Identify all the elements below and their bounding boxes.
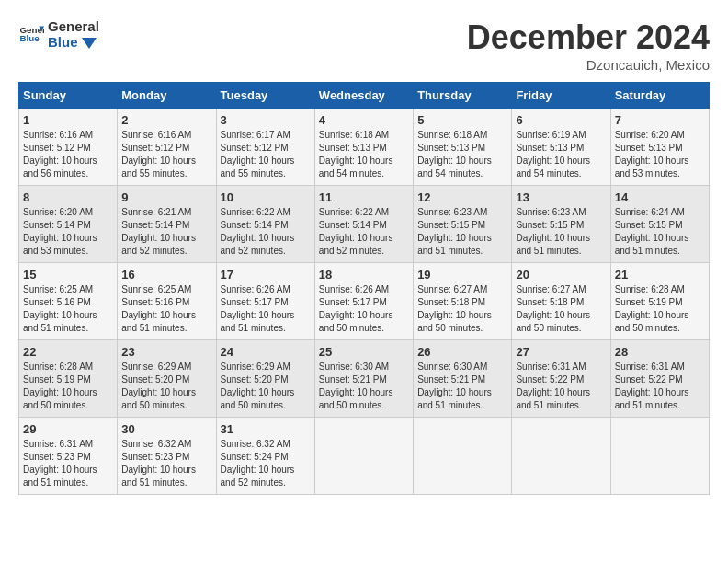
day-info: Sunrise: 6:22 AMSunset: 5:14 PMDaylight:…: [221, 206, 311, 258]
day-info: Sunrise: 6:30 AMSunset: 5:21 PMDaylight:…: [319, 361, 409, 412]
day-number: 27: [516, 345, 606, 359]
day-number: 19: [417, 268, 507, 282]
day-number: 4: [319, 113, 409, 127]
calendar-cell: 1Sunrise: 6:16 AMSunset: 5:12 PMDaylight…: [19, 109, 118, 186]
day-info: Sunrise: 6:31 AMSunset: 5:22 PMDaylight:…: [615, 361, 705, 412]
calendar-cell: 2Sunrise: 6:16 AMSunset: 5:12 PMDaylight…: [118, 109, 216, 186]
day-number: 16: [121, 268, 211, 282]
calendar-cell: 14Sunrise: 6:24 AMSunset: 5:15 PMDayligh…: [610, 186, 709, 263]
calendar-cell: 26Sunrise: 6:30 AMSunset: 5:21 PMDayligh…: [414, 340, 512, 418]
day-info: Sunrise: 6:22 AMSunset: 5:14 PMDaylight:…: [319, 206, 409, 258]
day-info: Sunrise: 6:28 AMSunset: 5:19 PMDaylight:…: [23, 361, 113, 412]
header-day: Thursday: [414, 83, 512, 109]
day-number: 30: [121, 422, 211, 436]
calendar-cell: 8Sunrise: 6:20 AMSunset: 5:14 PMDaylight…: [19, 186, 118, 263]
day-info: Sunrise: 6:31 AMSunset: 5:23 PMDaylight:…: [23, 438, 113, 489]
calendar-cell: 7Sunrise: 6:20 AMSunset: 5:13 PMDaylight…: [610, 109, 709, 186]
day-info: Sunrise: 6:18 AMSunset: 5:13 PMDaylight:…: [319, 129, 409, 180]
day-info: Sunrise: 6:32 AMSunset: 5:24 PMDaylight:…: [221, 438, 311, 489]
logo-general: General: [48, 18, 99, 34]
day-number: 13: [516, 190, 606, 204]
day-info: Sunrise: 6:30 AMSunset: 5:21 PMDaylight:…: [417, 361, 507, 412]
calendar-cell: 19Sunrise: 6:27 AMSunset: 5:18 PMDayligh…: [414, 263, 512, 340]
day-info: Sunrise: 6:21 AMSunset: 5:14 PMDaylight:…: [121, 206, 211, 258]
day-number: 20: [516, 268, 606, 282]
day-info: Sunrise: 6:23 AMSunset: 5:15 PMDaylight:…: [516, 206, 606, 258]
day-info: Sunrise: 6:27 AMSunset: 5:18 PMDaylight:…: [516, 283, 606, 335]
calendar-cell: 31Sunrise: 6:32 AMSunset: 5:24 PMDayligh…: [216, 418, 314, 495]
day-info: Sunrise: 6:31 AMSunset: 5:22 PMDaylight:…: [516, 361, 606, 412]
day-number: 23: [121, 345, 211, 359]
day-number: 29: [23, 422, 113, 436]
calendar-week-row: 29Sunrise: 6:31 AMSunset: 5:23 PMDayligh…: [19, 418, 710, 495]
header-day: Saturday: [610, 83, 709, 109]
logo-icon: General Blue: [18, 21, 44, 47]
title-block: December 2024 Dzoncauich, Mexico: [467, 18, 710, 73]
day-number: 1: [23, 113, 113, 127]
day-number: 15: [23, 268, 113, 282]
calendar-cell: 13Sunrise: 6:23 AMSunset: 5:15 PMDayligh…: [512, 186, 610, 263]
day-info: Sunrise: 6:26 AMSunset: 5:17 PMDaylight:…: [319, 283, 409, 335]
calendar-cell: 3Sunrise: 6:17 AMSunset: 5:12 PMDaylight…: [216, 109, 314, 186]
day-info: Sunrise: 6:16 AMSunset: 5:12 PMDaylight:…: [23, 129, 113, 180]
calendar-cell: [314, 418, 413, 495]
calendar-table: SundayMondayTuesdayWednesdayThursdayFrid…: [18, 82, 710, 495]
header-day: Wednesday: [314, 83, 413, 109]
day-info: Sunrise: 6:25 AMSunset: 5:16 PMDaylight:…: [121, 283, 211, 335]
svg-marker-3: [82, 38, 97, 49]
day-number: 28: [615, 345, 705, 359]
day-number: 24: [221, 345, 311, 359]
day-number: 22: [23, 345, 113, 359]
day-info: Sunrise: 6:28 AMSunset: 5:19 PMDaylight:…: [615, 283, 705, 335]
day-info: Sunrise: 6:16 AMSunset: 5:12 PMDaylight:…: [121, 129, 211, 180]
calendar-cell: 18Sunrise: 6:26 AMSunset: 5:17 PMDayligh…: [314, 263, 413, 340]
day-info: Sunrise: 6:24 AMSunset: 5:15 PMDaylight:…: [615, 206, 705, 258]
header-day: Monday: [118, 83, 216, 109]
calendar-cell: [414, 418, 512, 495]
calendar-cell: 17Sunrise: 6:26 AMSunset: 5:17 PMDayligh…: [216, 263, 314, 340]
day-number: 31: [221, 422, 311, 436]
calendar-week-row: 8Sunrise: 6:20 AMSunset: 5:14 PMDaylight…: [19, 186, 710, 263]
day-number: 10: [221, 190, 311, 204]
calendar-cell: 10Sunrise: 6:22 AMSunset: 5:14 PMDayligh…: [216, 186, 314, 263]
calendar-cell: [610, 418, 709, 495]
day-number: 5: [417, 113, 507, 127]
day-info: Sunrise: 6:29 AMSunset: 5:20 PMDaylight:…: [121, 361, 211, 412]
calendar-cell: 29Sunrise: 6:31 AMSunset: 5:23 PMDayligh…: [19, 418, 118, 495]
day-number: 14: [615, 190, 705, 204]
day-number: 21: [615, 268, 705, 282]
calendar-cell: 27Sunrise: 6:31 AMSunset: 5:22 PMDayligh…: [512, 340, 610, 418]
day-number: 6: [516, 113, 606, 127]
day-number: 11: [319, 190, 409, 204]
calendar-cell: 6Sunrise: 6:19 AMSunset: 5:13 PMDaylight…: [512, 109, 610, 186]
day-info: Sunrise: 6:29 AMSunset: 5:20 PMDaylight:…: [221, 361, 311, 412]
location: Dzoncauich, Mexico: [467, 57, 710, 73]
calendar-week-row: 1Sunrise: 6:16 AMSunset: 5:12 PMDaylight…: [19, 109, 710, 186]
calendar-cell: 22Sunrise: 6:28 AMSunset: 5:19 PMDayligh…: [19, 340, 118, 418]
calendar-cell: 15Sunrise: 6:25 AMSunset: 5:16 PMDayligh…: [19, 263, 118, 340]
calendar-cell: 16Sunrise: 6:25 AMSunset: 5:16 PMDayligh…: [118, 263, 216, 340]
logo: General Blue General Blue: [18, 18, 99, 50]
day-number: 12: [417, 190, 507, 204]
day-info: Sunrise: 6:18 AMSunset: 5:13 PMDaylight:…: [417, 129, 507, 180]
day-info: Sunrise: 6:19 AMSunset: 5:13 PMDaylight:…: [516, 129, 606, 180]
calendar-week-row: 15Sunrise: 6:25 AMSunset: 5:16 PMDayligh…: [19, 263, 710, 340]
day-info: Sunrise: 6:27 AMSunset: 5:18 PMDaylight:…: [417, 283, 507, 335]
header-day: Friday: [512, 83, 610, 109]
calendar-cell: 28Sunrise: 6:31 AMSunset: 5:22 PMDayligh…: [610, 340, 709, 418]
calendar-cell: 25Sunrise: 6:30 AMSunset: 5:21 PMDayligh…: [314, 340, 413, 418]
calendar-cell: 20Sunrise: 6:27 AMSunset: 5:18 PMDayligh…: [512, 263, 610, 340]
calendar-cell: 21Sunrise: 6:28 AMSunset: 5:19 PMDayligh…: [610, 263, 709, 340]
calendar-cell: 12Sunrise: 6:23 AMSunset: 5:15 PMDayligh…: [414, 186, 512, 263]
day-number: 3: [221, 113, 311, 127]
day-info: Sunrise: 6:25 AMSunset: 5:16 PMDaylight:…: [23, 283, 113, 335]
day-number: 2: [121, 113, 211, 127]
header-day: Sunday: [19, 83, 118, 109]
calendar-cell: 30Sunrise: 6:32 AMSunset: 5:23 PMDayligh…: [118, 418, 216, 495]
calendar-cell: 9Sunrise: 6:21 AMSunset: 5:14 PMDaylight…: [118, 186, 216, 263]
day-number: 9: [121, 190, 211, 204]
calendar-cell: 23Sunrise: 6:29 AMSunset: 5:20 PMDayligh…: [118, 340, 216, 418]
header-row: SundayMondayTuesdayWednesdayThursdayFrid…: [19, 83, 710, 109]
header-day: Tuesday: [216, 83, 314, 109]
day-info: Sunrise: 6:32 AMSunset: 5:23 PMDaylight:…: [121, 438, 211, 489]
